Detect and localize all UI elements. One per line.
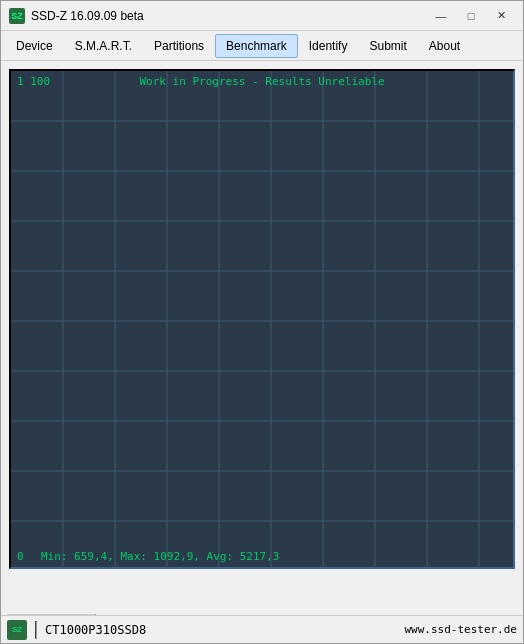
statusbar-app-icon: SZ xyxy=(7,620,27,640)
statusbar-url: www.ssd-tester.de xyxy=(404,623,517,636)
chart-label-top-left: 1 100 xyxy=(17,75,50,88)
chart-stats-label: Min: 659,4, Max: 1092,9, Avg: 5217,3 xyxy=(41,550,279,563)
minimize-button[interactable]: — xyxy=(427,6,455,26)
close-button[interactable]: ✕ xyxy=(487,6,515,26)
menu-bar: Device S.M.A.R.T. Partitions Benchmark I… xyxy=(1,31,523,61)
menu-item-about[interactable]: About xyxy=(418,34,471,58)
status-bar: SZ CT1000P310SSD8 www.ssd-tester.de xyxy=(1,615,523,643)
title-bar-left: SZ SSD-Z 16.09.09 beta xyxy=(9,8,144,24)
statusbar-device-text: CT1000P310SSD8 xyxy=(45,623,146,637)
chart-container: 1 100 Work in Progress - Results Unrelia… xyxy=(1,61,523,609)
menu-item-identify[interactable]: Identify xyxy=(298,34,359,58)
maximize-button[interactable]: □ xyxy=(457,6,485,26)
main-window: SZ SSD-Z 16.09.09 beta — □ ✕ Device S.M.… xyxy=(0,0,524,644)
benchmark-chart: 1 100 Work in Progress - Results Unrelia… xyxy=(9,69,515,569)
chart-label-bottom-left: 0 xyxy=(17,550,24,563)
menu-item-benchmark[interactable]: Benchmark xyxy=(215,34,298,58)
chart-grid xyxy=(11,71,513,567)
window-controls: — □ ✕ xyxy=(427,6,515,26)
title-bar: SZ SSD-Z 16.09.09 beta — □ ✕ xyxy=(1,1,523,31)
menu-item-device[interactable]: Device xyxy=(5,34,64,58)
window-title: SSD-Z 16.09.09 beta xyxy=(31,9,144,23)
chart-label-top-center: Work in Progress - Results Unreliable xyxy=(139,75,384,88)
menu-item-partitions[interactable]: Partitions xyxy=(143,34,215,58)
chart-area: 1 100 Work in Progress - Results Unrelia… xyxy=(11,71,513,567)
app-icon: SZ xyxy=(9,8,25,24)
menu-item-submit[interactable]: Submit xyxy=(358,34,417,58)
statusbar-divider xyxy=(35,621,37,639)
menu-item-smart[interactable]: S.M.A.R.T. xyxy=(64,34,143,58)
